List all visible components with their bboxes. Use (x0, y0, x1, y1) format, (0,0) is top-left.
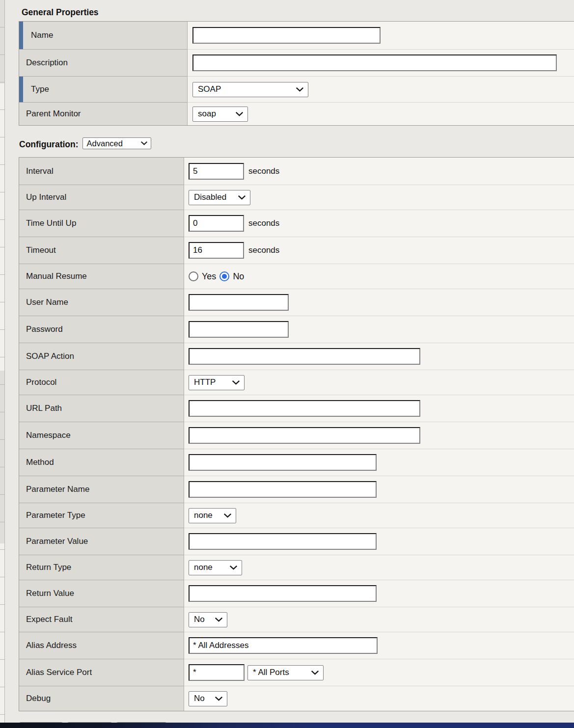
row-label: Alias Address (26, 641, 77, 650)
name-input[interactable] (192, 27, 381, 44)
required-marker (19, 22, 23, 49)
chevron-down-icon (236, 112, 243, 116)
row-label: Password (26, 324, 63, 334)
unit-suffix: seconds (248, 166, 279, 176)
chevron-down-icon (215, 697, 222, 701)
expect-fault-select[interactable]: No (189, 612, 227, 627)
user-name-input[interactable] (189, 294, 289, 311)
row-label: Parent Monitor (26, 109, 81, 119)
radio-label: No (233, 271, 244, 282)
general-properties-heading: General Properties (22, 8, 574, 17)
return-value-input[interactable] (189, 585, 377, 602)
table-row: User Name (19, 289, 574, 316)
soap-action-input[interactable] (189, 348, 420, 365)
chevron-down-icon (215, 618, 222, 622)
row-label: Return Value (26, 589, 74, 598)
table-row: Up Interval Disabled (19, 185, 574, 210)
monitor-properties-page: General Properties Name Description Type (5, 0, 574, 728)
unit-suffix: seconds (248, 218, 279, 228)
table-row: Parameter Name (19, 476, 574, 503)
row-label: User Name (26, 297, 68, 307)
table-row: Protocol HTTP (19, 370, 574, 395)
table-row: Method (19, 449, 574, 476)
timeout-input[interactable] (189, 242, 244, 259)
table-row: Debug No (19, 686, 574, 711)
unit-suffix: seconds (248, 245, 279, 255)
table-row: Expect Fault No (19, 607, 574, 632)
type-select[interactable]: SOAP (192, 82, 308, 97)
row-label: Type (31, 84, 49, 94)
table-row: Parent Monitor soap (19, 102, 574, 125)
table-row: Password (19, 316, 574, 343)
row-label: Name (31, 30, 53, 40)
namespace-input[interactable] (189, 427, 420, 444)
row-label: SOAP Action (26, 351, 74, 361)
parameter-type-select[interactable]: none (189, 508, 236, 523)
table-row: Return Value (19, 580, 574, 607)
table-row: Interval seconds (19, 158, 574, 185)
row-label: Protocol (26, 377, 56, 387)
description-input[interactable] (192, 54, 557, 71)
configuration-mode-select[interactable]: Advanced (82, 137, 151, 149)
url-path-input[interactable] (189, 400, 420, 417)
password-input[interactable] (189, 321, 289, 338)
row-label: Timeout (26, 245, 56, 255)
manual-resume-yes-radio[interactable] (189, 271, 198, 281)
row-label: Method (26, 458, 54, 467)
chevron-down-icon (238, 195, 246, 200)
chevron-down-icon (232, 380, 240, 385)
table-row: Type SOAP (19, 76, 574, 102)
configuration-header: Configuration: Advanced (19, 137, 574, 149)
row-label: URL Path (26, 404, 62, 413)
general-properties-table: Name Description Type SOAP (19, 21, 574, 126)
bottom-navy-bar (0, 723, 574, 728)
return-type-select[interactable]: none (189, 560, 242, 575)
row-label: Parameter Value (26, 537, 88, 546)
row-label: Return Type (26, 563, 71, 572)
manual-resume-no-radio[interactable] (219, 271, 229, 281)
row-label: Parameter Name (26, 485, 89, 494)
required-marker (19, 77, 23, 102)
chevron-down-icon (224, 513, 231, 518)
table-row: Description (19, 49, 574, 76)
table-row: Parameter Value (19, 528, 574, 555)
left-nav-edge (0, 0, 5, 728)
chevron-down-icon (311, 671, 319, 675)
radio-label: Yes (202, 271, 216, 282)
table-row: Time Until Up seconds (19, 210, 574, 237)
row-label: Description (26, 58, 68, 68)
debug-select[interactable]: No (189, 691, 227, 706)
row-label: Expect Fault (26, 615, 73, 624)
row-label: Namespace (26, 431, 71, 440)
parameter-name-input[interactable] (189, 481, 377, 498)
row-label: Interval (26, 166, 54, 176)
table-row: Manual Resume Yes No (19, 264, 574, 289)
time-until-up-input[interactable] (189, 215, 244, 232)
parent-monitor-select[interactable]: soap (192, 107, 248, 122)
up-interval-select[interactable]: Disabled (189, 190, 250, 205)
row-label: Up Interval (26, 192, 66, 202)
alias-service-port-input[interactable] (189, 664, 245, 681)
chevron-down-icon (141, 141, 147, 145)
table-row: Alias Address (19, 632, 574, 659)
method-input[interactable] (189, 454, 377, 471)
table-row: Alias Service Port * All Ports (19, 659, 574, 686)
table-row: Namespace (19, 422, 574, 449)
table-row: Return Type none (19, 555, 574, 580)
row-label: Time Until Up (26, 218, 76, 228)
interval-input[interactable] (189, 163, 244, 180)
alias-service-port-select[interactable]: * All Ports (247, 665, 324, 680)
table-row: SOAP Action (19, 343, 574, 370)
configuration-table: Interval seconds Up Interval Disabled Ti… (19, 157, 574, 711)
row-label: Debug (26, 694, 51, 703)
chevron-down-icon (230, 566, 237, 570)
table-row: URL Path (19, 395, 574, 422)
row-label: Manual Resume (26, 271, 87, 281)
alias-address-input[interactable] (189, 637, 378, 654)
table-row: Parameter Type none (19, 503, 574, 528)
row-label: Parameter Type (26, 511, 85, 520)
table-row: Name (19, 22, 574, 49)
parameter-value-input[interactable] (189, 533, 377, 550)
protocol-select[interactable]: HTTP (189, 375, 245, 390)
chevron-down-icon (296, 87, 303, 92)
